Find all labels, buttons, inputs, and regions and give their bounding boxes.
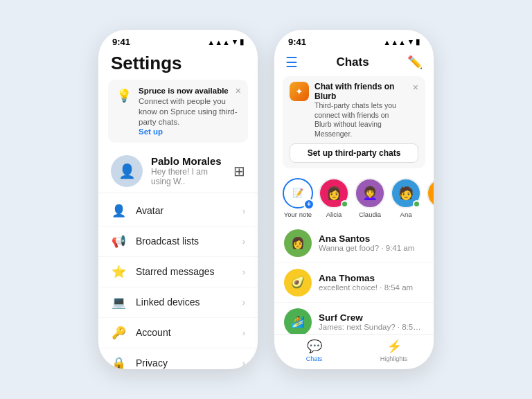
story-label-claudia: Claudia <box>359 211 381 218</box>
chevron-right-icon: › <box>242 236 245 247</box>
chevron-right-icon: › <box>242 328 245 338</box>
status-icons-settings: ▲▲▲ ▾ ▮ <box>207 37 244 46</box>
blurb-banner: ✦ Chat with friends on Blurb Third-party… <box>283 76 425 168</box>
chat-item-surf-crew[interactable]: 🏄 Surf Crew James: next Sunday? · 8:50 a… <box>274 303 434 334</box>
menu-icon[interactable]: ☰ <box>285 54 298 71</box>
chats-tab-icon: 💬 <box>307 339 322 354</box>
status-bar-settings: 9:41 ▲▲▲ ▾ ▮ <box>98 30 258 50</box>
chat-preview-surf-crew: James: next Sunday? · 8:50 am <box>319 323 424 331</box>
menu-label-starred: Starred messages <box>136 266 233 277</box>
nav-chats-tab[interactable]: 💬 Chats <box>274 339 354 362</box>
story-your-note[interactable]: 📝 + Your note <box>283 178 313 218</box>
profile-row[interactable]: 👤 Pablo Morales Hey there! I am using W.… <box>98 150 258 193</box>
menu-item-avatar[interactable]: 👤 Avatar › <box>98 196 258 227</box>
story-claudia[interactable]: 👩‍🦱 Claudia <box>355 178 385 218</box>
profile-status: Hey there! I am using W.. <box>151 167 225 186</box>
qr-icon[interactable]: ⊞ <box>233 163 245 179</box>
signal-icon: ▲▲▲ <box>207 38 230 46</box>
chats-tab-label: Chats <box>306 355 323 362</box>
setup-link[interactable]: Set up <box>139 127 163 136</box>
menu-label-account: Account <box>136 327 233 338</box>
wifi-icon: ▾ <box>409 37 413 46</box>
chat-list: 👩 Ana Santos Wanna get food? · 9:41 am 🥑… <box>274 224 434 334</box>
online-dot <box>341 200 348 208</box>
chats-title: Chats <box>305 55 400 69</box>
chat-avatar-surf-crew: 🏄 <box>284 308 312 334</box>
chat-info-surf-crew: Surf Crew James: next Sunday? · 8:50 am <box>319 312 424 331</box>
story-label-ana: Ana <box>400 211 412 218</box>
chat-name-ana-santos: Ana Santos <box>319 233 424 244</box>
battery-icon: ▮ <box>416 37 420 46</box>
story-avatar-ana: 🧑 <box>391 178 421 209</box>
chats-phone: 9:41 ▲▲▲ ▾ ▮ ☰ Chats ✏️ ✦ Chat with frie… <box>274 30 434 369</box>
profile-info: Pablo Morales Hey there! I am using W.. <box>151 155 225 186</box>
menu-item-broadcast[interactable]: 📢 Broadcast lists › <box>98 227 258 257</box>
blurb-title: Chat with friends on Blurb <box>314 82 407 101</box>
story-br[interactable]: 👦 Br.. <box>427 178 434 218</box>
story-ana[interactable]: 🧑 Ana <box>391 178 421 218</box>
menu-label-privacy: Privacy <box>136 357 233 369</box>
laptop-icon: 💻 <box>111 295 126 310</box>
setup-third-party-button[interactable]: Set up third-party chats <box>290 143 418 163</box>
settings-phone: 9:41 ▲▲▲ ▾ ▮ Settings 💡 Spruce is now av… <box>98 30 258 369</box>
story-alicia[interactable]: 👩 Alicia <box>319 178 349 218</box>
menu-list: 👤 Avatar › 📢 Broadcast lists › ⭐ Starred… <box>98 196 258 369</box>
chevron-right-icon: › <box>242 267 245 277</box>
blurb-logo: ✦ <box>290 82 309 101</box>
blurb-text: Chat with friends on Blurb Third-party c… <box>314 82 407 139</box>
chat-avatar-ana-santos: 👩 <box>284 229 312 257</box>
battery-icon: ▮ <box>240 37 244 46</box>
broadcast-icon: 📢 <box>111 234 126 249</box>
time-settings: 9:41 <box>112 37 130 47</box>
story-label-alicia: Alicia <box>326 211 342 218</box>
notification-text: Spruce is now available Connect with peo… <box>139 87 240 136</box>
menu-label-broadcast: Broadcast lists <box>136 236 233 247</box>
star-icon: ⭐ <box>111 265 126 279</box>
chat-preview-ana-thomas-1: excellent choice! · 8:54 am <box>319 283 424 292</box>
chevron-right-icon: › <box>242 297 245 308</box>
chat-preview-ana-santos: Wanna get food? · 9:41 am <box>319 244 424 252</box>
chat-item-ana-thomas-1[interactable]: 🥑 Ana Thomas excellent choice! · 8:54 am <box>274 263 434 303</box>
menu-label-avatar: Avatar <box>136 205 233 216</box>
chat-info-ana-thomas-1: Ana Thomas excellent choice! · 8:54 am <box>319 273 424 292</box>
chevron-right-icon: › <box>242 358 245 369</box>
status-icons-chats: ▲▲▲ ▾ ▮ <box>383 37 420 46</box>
menu-item-account[interactable]: 🔑 Account › <box>98 318 258 348</box>
online-dot <box>413 200 420 208</box>
highlights-tab-label: Highlights <box>380 355 408 362</box>
settings-title: Settings <box>98 50 258 80</box>
chat-name-surf-crew: Surf Crew <box>319 312 424 323</box>
avatar-icon: 👤 <box>111 204 126 218</box>
notification-icon: 💡 <box>116 88 132 103</box>
menu-label-linked: Linked devices <box>136 296 233 308</box>
menu-item-linked[interactable]: 💻 Linked devices › <box>98 287 258 318</box>
edit-icon[interactable]: ✏️ <box>407 55 423 70</box>
menu-item-starred[interactable]: ⭐ Starred messages › <box>98 257 258 287</box>
chat-info-ana-santos: Ana Santos Wanna get food? · 9:41 am <box>319 233 424 252</box>
status-bar-chats: 9:41 ▲▲▲ ▾ ▮ <box>274 30 434 50</box>
close-banner-button[interactable]: × <box>236 85 241 96</box>
bottom-nav-chats: 💬 Chats ⚡ Highlights <box>274 334 434 369</box>
signal-icon: ▲▲▲ <box>383 38 406 46</box>
story-label-note: Your note <box>284 211 312 218</box>
stories-row: 📝 + Your note 👩 Alicia 👩‍🦱 Claudia <box>274 174 434 224</box>
chat-avatar-ana-thomas: 🥑 <box>284 269 312 296</box>
highlights-tab-icon: ⚡ <box>387 339 402 354</box>
time-chats: 9:41 <box>288 37 306 47</box>
avatar: 👤 <box>111 155 143 187</box>
wifi-icon: ▾ <box>233 37 237 46</box>
notification-desc: Connect with people you know on Spruce u… <box>139 96 240 127</box>
nav-highlights-tab[interactable]: ⚡ Highlights <box>354 339 434 362</box>
chat-item-ana-santos[interactable]: 👩 Ana Santos Wanna get food? · 9:41 am <box>274 224 434 263</box>
chats-header: ☰ Chats ✏️ <box>274 50 434 76</box>
menu-item-privacy[interactable]: 🔒 Privacy › <box>98 348 258 369</box>
story-avatar-claudia: 👩‍🦱 <box>355 178 385 209</box>
chevron-right-icon: › <box>242 206 245 216</box>
close-blurb-button[interactable]: × <box>413 82 418 93</box>
profile-name: Pablo Morales <box>151 155 225 167</box>
story-avatar-note: 📝 + <box>283 178 313 209</box>
chat-name-ana-thomas-1: Ana Thomas <box>319 273 424 283</box>
notification-banner: 💡 Spruce is now available Connect with p… <box>108 80 248 143</box>
lock-icon: 🔒 <box>111 356 126 369</box>
story-avatar-alicia: 👩 <box>319 178 349 209</box>
